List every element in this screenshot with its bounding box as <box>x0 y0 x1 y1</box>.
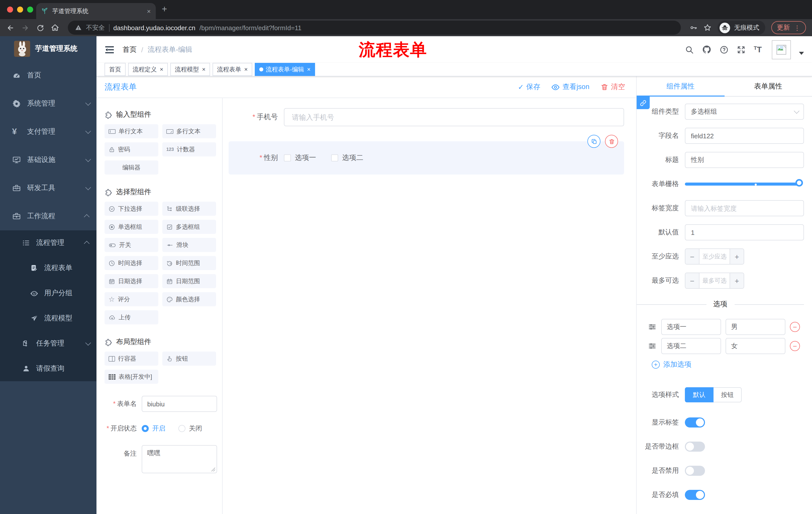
sidebar-item-leave-query[interactable]: 请假查询 <box>0 356 96 381</box>
maximize-window-button[interactable] <box>27 6 33 12</box>
browser-menu-dots-icon[interactable]: ⋮ <box>794 24 801 31</box>
component-time-picker[interactable]: 时间选择 <box>105 256 158 270</box>
avatar-caret-down-icon[interactable] <box>799 52 804 55</box>
tag-process-form-edit[interactable]: 流程表单-编辑× <box>255 63 315 76</box>
delete-component-button[interactable] <box>605 135 618 148</box>
component-password[interactable]: 密码 <box>105 142 158 156</box>
sidebar-item-user-groups[interactable]: 用户分组 <box>0 281 96 306</box>
title-input[interactable] <box>685 152 804 168</box>
tab-form-props[interactable]: 表单属性 <box>724 77 812 96</box>
phone-input[interactable] <box>284 108 624 126</box>
fullscreen-icon[interactable] <box>736 45 746 54</box>
increase-button[interactable]: + <box>730 249 744 264</box>
component-editor[interactable]: 编辑器 <box>105 160 158 174</box>
min-select-input[interactable] <box>699 249 730 264</box>
link-icon[interactable] <box>637 97 650 109</box>
border-toggle[interactable] <box>685 441 705 452</box>
remove-option-button[interactable]: − <box>790 322 800 332</box>
increase-button[interactable]: + <box>730 273 744 288</box>
component-table[interactable]: 表格[开发中] <box>105 370 158 384</box>
browser-tab[interactable]: 芋道管理系统 × <box>36 3 156 19</box>
password-key-icon[interactable] <box>689 24 697 32</box>
component-upload[interactable]: 上传 <box>105 310 158 324</box>
github-icon[interactable] <box>702 45 712 54</box>
component-single-text[interactable]: 单行文本 <box>105 124 158 138</box>
tag-process-form[interactable]: 流程表单× <box>212 63 252 76</box>
sidebar-fold-icon[interactable] <box>105 45 115 55</box>
forward-button[interactable] <box>21 23 30 32</box>
gender-option2-checkbox[interactable]: 选项二 <box>331 154 363 162</box>
component-slider[interactable]: 滑块 <box>162 238 216 252</box>
update-chip[interactable]: 更新 ⋮ <box>771 21 806 34</box>
show-label-toggle[interactable] <box>685 417 705 428</box>
label-width-input[interactable] <box>685 200 804 216</box>
decrease-button[interactable]: − <box>685 249 699 264</box>
reload-button[interactable] <box>36 24 44 32</box>
form-remark-textarea[interactable]: 嘿嘿 <box>142 445 217 473</box>
component-select[interactable]: 下拉选择 <box>105 202 158 216</box>
home-button[interactable] <box>51 23 59 32</box>
field-name-input[interactable] <box>685 128 804 144</box>
form-name-input[interactable] <box>142 396 217 412</box>
close-icon[interactable]: × <box>307 66 311 73</box>
sidebar-item-payment[interactable]: ¥ 支付管理 <box>0 118 96 146</box>
component-type-select[interactable]: 多选框组 <box>685 104 804 120</box>
sidebar-item-system[interactable]: 系统管理 <box>0 89 96 118</box>
resize-handle-icon[interactable] <box>211 467 215 472</box>
required-toggle[interactable] <box>685 490 705 500</box>
status-off-radio[interactable]: 关闭 <box>178 424 202 433</box>
breadcrumb-home[interactable]: 首页 <box>123 45 137 54</box>
search-icon[interactable] <box>685 45 694 54</box>
component-color-picker[interactable]: 颜色选择 <box>162 292 216 306</box>
tag-home[interactable]: 首页 <box>105 63 126 76</box>
option-value-input[interactable] <box>726 319 785 335</box>
copy-component-button[interactable] <box>587 135 601 148</box>
sidebar-item-infra[interactable]: 基础设施 <box>0 146 96 174</box>
canvas-phone-field[interactable]: 手机号 <box>229 108 624 126</box>
decrease-button[interactable]: − <box>685 273 699 288</box>
component-button[interactable]: 按钮 <box>162 352 216 366</box>
bookmark-star-icon[interactable] <box>703 24 712 32</box>
form-grid-slider[interactable] <box>685 176 801 192</box>
slider-handle[interactable] <box>795 179 803 187</box>
component-rate[interactable]: ☆评分 <box>105 292 158 306</box>
url-bar[interactable]: 不安全 dashboard.yudao.iocoder.cn /bpm/mana… <box>68 21 681 35</box>
view-json-button[interactable]: 查看json <box>551 82 589 91</box>
minimize-window-button[interactable] <box>17 6 23 12</box>
sidebar-item-home[interactable]: 首页 <box>0 61 96 89</box>
default-value-input[interactable] <box>685 224 804 240</box>
tag-process-model[interactable]: 流程模型× <box>170 63 210 76</box>
help-icon[interactable] <box>720 45 729 54</box>
form-canvas[interactable]: 手机号 性别 选项一 <box>223 98 636 514</box>
max-select-input[interactable] <box>699 273 730 288</box>
font-size-icon[interactable]: TT <box>754 45 762 54</box>
tab-component-props[interactable]: 组件属性 <box>637 77 724 96</box>
sidebar-item-workflow[interactable]: 工作流程 <box>0 202 96 231</box>
sidebar-item-process-form[interactable]: 流程表单 <box>0 255 96 281</box>
component-radio-group[interactable]: 单选框组 <box>105 220 158 234</box>
clear-button[interactable]: 清空 <box>601 82 625 91</box>
remove-option-button[interactable]: − <box>790 341 800 351</box>
close-icon[interactable]: × <box>160 66 163 73</box>
disabled-toggle[interactable] <box>685 466 705 476</box>
option-label-input[interactable] <box>661 338 721 354</box>
component-date-range[interactable]: 日期范围 <box>162 274 216 288</box>
sidebar-item-process-mgmt[interactable]: 流程管理 <box>0 231 96 255</box>
component-row-container[interactable]: 行容器 <box>105 352 158 366</box>
selected-component-gender[interactable]: 性别 选项一 选项二 <box>229 141 624 174</box>
avatar[interactable] <box>772 40 791 59</box>
style-default-button[interactable]: 默认 <box>685 387 714 402</box>
add-option-button[interactable]: + 添加选项 <box>637 360 804 369</box>
component-multi-text[interactable]: 多行文本 <box>162 124 216 138</box>
sidebar-item-task-mgmt[interactable]: 任务管理 <box>0 331 96 356</box>
drag-handle-icon[interactable] <box>648 342 657 351</box>
close-icon[interactable]: × <box>202 66 205 73</box>
drag-handle-icon[interactable] <box>648 322 657 331</box>
tag-process-definition[interactable]: 流程定义× <box>128 63 168 76</box>
component-date-picker[interactable]: 日期选择 <box>105 274 158 288</box>
back-button[interactable] <box>6 23 14 32</box>
close-icon[interactable]: × <box>244 66 248 73</box>
gender-option1-checkbox[interactable]: 选项一 <box>284 154 316 162</box>
option-label-input[interactable] <box>661 319 721 335</box>
component-time-range[interactable]: 时间范围 <box>162 256 216 270</box>
